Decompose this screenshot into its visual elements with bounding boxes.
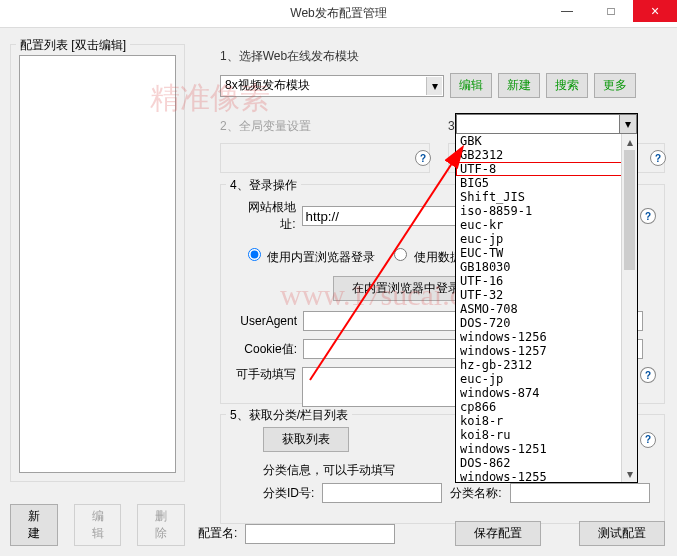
manual-fill-label: 可手动填写 — [233, 367, 296, 381]
scrollbar-thumb[interactable] — [624, 150, 635, 270]
window-controls: — □ × — [545, 0, 677, 22]
help-icon[interactable]: ? — [640, 367, 656, 383]
encoding-option[interactable]: BIG5 — [456, 176, 637, 190]
config-list[interactable] — [19, 55, 176, 473]
help-icon[interactable]: ? — [415, 150, 431, 166]
encoding-options-list[interactable]: GBKGB2312UTF-8BIG5Shift_JISiso-8859-1euc… — [456, 134, 637, 482]
window-title: Web发布配置管理 — [290, 5, 386, 22]
step2-box: ? — [220, 143, 430, 173]
get-list-button[interactable]: 获取列表 — [263, 427, 349, 452]
category-name-label: 分类名称: — [450, 485, 501, 502]
module-select-value: 8x视频发布模块 — [225, 77, 310, 94]
encoding-option[interactable]: euc-kr — [456, 218, 637, 232]
window-titlebar: Web发布配置管理 — □ × — [0, 0, 677, 28]
encoding-option[interactable]: DOS-720 — [456, 316, 637, 330]
encoding-option[interactable]: koi8-ru — [456, 428, 637, 442]
module-new-button[interactable]: 新建 — [498, 73, 540, 98]
encoding-option[interactable]: UTF-32 — [456, 288, 637, 302]
encoding-option[interactable]: EUC-TW — [456, 246, 637, 260]
encoding-option[interactable]: GB2312 — [456, 148, 637, 162]
encoding-option[interactable]: windows-874 — [456, 386, 637, 400]
site-root-label: 网站根地址: — [233, 199, 296, 233]
help-icon[interactable]: ? — [650, 150, 666, 166]
radio-packet-input[interactable] — [394, 248, 407, 261]
encoding-option[interactable]: UTF-16 — [456, 274, 637, 288]
encoding-option[interactable]: euc-jp — [456, 232, 637, 246]
chevron-down-icon: ▾ — [619, 115, 636, 133]
encoding-option[interactable]: GB18030 — [456, 260, 637, 274]
config-list-legend: 配置列表 [双击编辑] — [16, 37, 130, 54]
encoding-option[interactable]: windows-1255 — [456, 470, 637, 482]
encoding-option[interactable]: hz-gb-2312 — [456, 358, 637, 372]
left-panel: 配置列表 [双击编辑] 新建 编辑 删除 — [10, 44, 185, 508]
edit-config-button: 编辑 — [74, 504, 122, 546]
useragent-label: UserAgent — [233, 314, 297, 328]
module-select[interactable]: 8x视频发布模块 ▾ — [220, 75, 444, 97]
encoding-select[interactable]: ▾ — [456, 114, 637, 134]
category-name-input[interactable] — [510, 483, 650, 503]
step4-legend: 4、登录操作 — [226, 177, 301, 194]
module-search-button[interactable]: 搜索 — [546, 73, 588, 98]
window-minimize-button[interactable]: — — [545, 0, 589, 22]
new-config-button[interactable]: 新建 — [10, 504, 58, 546]
encoding-option[interactable]: DOS-862 — [456, 456, 637, 470]
encoding-option[interactable]: cp866 — [456, 400, 637, 414]
module-more-button[interactable]: 更多 — [594, 73, 636, 98]
scroll-up-icon[interactable]: ▴ — [622, 134, 637, 150]
step2-label: 2、全局变量设置 — [220, 118, 430, 135]
window-maximize-button[interactable]: □ — [589, 0, 633, 22]
category-id-input[interactable] — [322, 483, 442, 503]
chevron-down-icon: ▾ — [426, 77, 442, 95]
config-name-label: 配置名: — [198, 525, 237, 542]
help-icon[interactable]: ? — [640, 208, 656, 224]
encoding-option[interactable]: windows-1256 — [456, 330, 637, 344]
encoding-option[interactable]: euc-jp — [456, 372, 637, 386]
scrollbar[interactable]: ▴ ▾ — [621, 134, 637, 482]
encoding-option[interactable]: Shift_JIS — [456, 190, 637, 204]
encoding-option[interactable]: windows-1257 — [456, 344, 637, 358]
encoding-option[interactable]: iso-8859-1 — [456, 204, 637, 218]
test-config-button[interactable]: 测试配置 — [579, 521, 665, 546]
encoding-option[interactable]: GBK — [456, 134, 637, 148]
help-icon[interactable]: ? — [640, 432, 656, 448]
bottom-row: 配置名: 保存配置 测试配置 — [198, 521, 665, 546]
encoding-option[interactable]: ASMO-708 — [456, 302, 637, 316]
save-config-button[interactable]: 保存配置 — [455, 521, 541, 546]
step5-legend: 5、获取分类/栏目列表 — [226, 407, 352, 424]
encoding-option[interactable]: UTF-8 — [456, 162, 637, 176]
encoding-option[interactable]: windows-1251 — [456, 442, 637, 456]
step2: 2、全局变量设置 ? — [220, 118, 430, 173]
encoding-option[interactable]: koi8-r — [456, 414, 637, 428]
window-close-button[interactable]: × — [633, 0, 677, 22]
delete-config-button: 删除 — [137, 504, 185, 546]
module-edit-button[interactable]: 编辑 — [450, 73, 492, 98]
step1: 1、选择Web在线发布模块 8x视频发布模块 ▾ 编辑 新建 搜索 更多 — [220, 48, 665, 98]
config-name-input[interactable] — [245, 524, 395, 544]
config-list-groupbox: 配置列表 [双击编辑] — [10, 44, 185, 482]
radio-builtin-browser[interactable]: 使用内置浏览器登录 — [243, 245, 375, 266]
scroll-down-icon[interactable]: ▾ — [622, 466, 637, 482]
category-id-label: 分类ID号: — [263, 485, 314, 502]
encoding-dropdown: ▾ GBKGB2312UTF-8BIG5Shift_JISiso-8859-1e… — [455, 113, 638, 483]
cookie-label: Cookie值: — [233, 341, 297, 358]
step1-label: 1、选择Web在线发布模块 — [220, 48, 665, 65]
radio-builtin-input[interactable] — [248, 248, 261, 261]
